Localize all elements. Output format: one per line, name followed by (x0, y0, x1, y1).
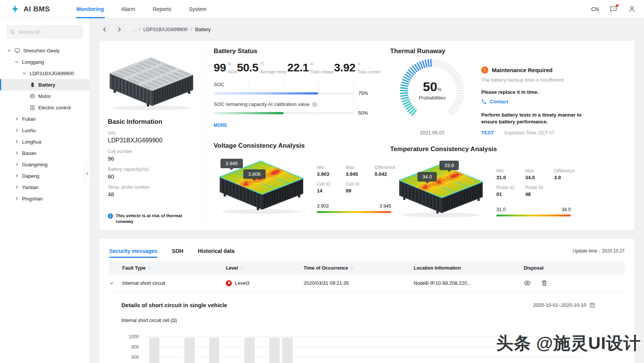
control-doc-icon (30, 105, 35, 110)
chart-series-label: Internal short circuit cell (Ω) (121, 318, 625, 323)
account-button[interactable] (628, 5, 636, 13)
tree-node-electric-control[interactable]: Electric control (0, 102, 90, 113)
alert-icon: ! (481, 66, 488, 74)
monitor-icon (14, 48, 20, 54)
tab-system[interactable]: System (188, 0, 207, 18)
delete-trash-icon[interactable] (542, 280, 547, 286)
help-icon[interactable]: ? (312, 102, 317, 107)
voltage-min-cell-id: Cell ID14 (317, 182, 346, 194)
chart-bar (184, 338, 195, 363)
chevron-right-icon (14, 174, 19, 178)
fault-table: Fault Type Level Time of Occurrence Loca… (109, 262, 625, 292)
phone-icon (481, 99, 487, 104)
level3-alarm-icon (226, 280, 232, 286)
temp-probe-tooltip: 34.0 (417, 172, 437, 182)
chevron-right-icon (14, 139, 19, 144)
thermal-risk-warning: This vehicle is at risk of thermal runaw… (108, 213, 196, 224)
back-button[interactable] (99, 24, 110, 35)
tree-node-guangming[interactable]: Guangming (0, 159, 90, 170)
voltage-stats: Min3.903 Max3.945 Difference0.042 Cell I… (317, 165, 395, 217)
forward-button[interactable] (114, 24, 125, 35)
sidebar-collapse-handle[interactable] (84, 163, 90, 185)
field-vin: VIN LDP31BXJG699900 (108, 131, 203, 144)
language-switch[interactable]: CN (591, 6, 599, 12)
tree-node-luohu[interactable]: Luohu (0, 125, 90, 136)
vehicle-search[interactable] (6, 25, 83, 39)
thermal-gauge: 50% Probabilities 2021.05.07 (396, 57, 468, 136)
calendar-icon (589, 302, 595, 308)
tree-node-longgang[interactable]: Longgang (0, 56, 90, 68)
field-probe-number: Temp. probe number 48 (108, 185, 203, 197)
user-icon (628, 5, 636, 13)
col-level[interactable]: Level (226, 265, 304, 271)
voltage-scale: 3.903 3.945 (317, 204, 391, 213)
voltage-gradient-bar (317, 211, 391, 213)
row-expand-toggle[interactable] (109, 281, 122, 286)
tree-node-baoan[interactable]: Baoan (0, 147, 90, 159)
col-fault-type[interactable]: Fault Type (122, 265, 226, 271)
soc-ai-value: 50% (358, 110, 379, 116)
tree-node-shenzhen-geely[interactable]: Shenzhen Geely (0, 45, 90, 56)
soc-ai-track (214, 112, 353, 114)
temperature-heatmap-image: 33.8 34.0 (393, 158, 488, 220)
voltage-heatmap-image: 3.945 3.806 (214, 154, 309, 217)
search-input[interactable] (18, 29, 80, 35)
date-range-picker[interactable]: 2020-10-01~2020-10-10 (533, 302, 595, 308)
tree-node-pingshan[interactable]: Pingshan (0, 193, 90, 204)
voltage-max-tooltip: 3.945 (220, 159, 243, 168)
overview-card: Basic Information VIN LDP31BXJG699900 Ce… (99, 40, 635, 230)
expiration-time: Expiration Time: OCT 07 (504, 130, 554, 136)
cell-level: Level3 (226, 280, 304, 286)
tab-historical-data[interactable]: Historical data (198, 244, 234, 258)
gauge-value: 50 (423, 79, 437, 94)
temp-min-probe-id: Probe ID01 (496, 185, 525, 197)
temp-difference: Difference3.0 (554, 168, 627, 180)
messages-tabs: Security messages SOH Historical data (109, 244, 625, 258)
temperature-scale: 31.0 34.0 (496, 207, 571, 216)
view-eye-icon[interactable] (524, 280, 531, 286)
breadcrumb-vehicle[interactable]: LDP31BXJG699900 (143, 27, 187, 32)
chevron-right-icon (14, 151, 19, 155)
test-link[interactable]: TEST (481, 130, 494, 136)
chart-bar (149, 338, 159, 363)
tab-alarm[interactable]: Alarm (121, 0, 136, 18)
tab-reports[interactable]: Reports (152, 0, 172, 18)
battery-status-panel: Battery Status 99 % SOH 50.5 ℃ Average t… (203, 41, 385, 230)
tree-node-vehicle[interactable]: LDP31BXJG699900 (0, 68, 90, 79)
soc-value: 75% (358, 90, 379, 96)
basic-info-panel: Basic Information VIN LDP31BXJG699900 Ce… (99, 41, 203, 230)
temp-max: Max34.0 (525, 168, 554, 180)
bell-icon (227, 281, 231, 285)
voltage-max: Max3.945 (346, 165, 375, 177)
tree-node-dapeng[interactable]: Dapeng (0, 170, 90, 182)
chart-bar (282, 338, 293, 363)
chevron-down-icon (7, 48, 11, 53)
gauge-label: Probabilities (396, 95, 468, 101)
voltage-analysis-title: Voltage Consistency Analysis (214, 142, 379, 150)
breadcrumb-battery: Battery (195, 27, 211, 32)
col-time[interactable]: Time of Occurrence (304, 265, 414, 271)
tree-node-longhua[interactable]: Longhua (0, 136, 90, 147)
temp-min: Min31.0 (496, 168, 525, 180)
temperature-gradient-bar (496, 215, 571, 216)
tab-soh[interactable]: SOH (172, 244, 183, 258)
breadcrumb-ellipsis[interactable]: ... (132, 27, 136, 32)
messages-button[interactable] (609, 5, 617, 13)
motor-icon (30, 93, 35, 99)
chart-bar (209, 338, 219, 363)
tree-node-battery[interactable]: Battery (0, 79, 90, 90)
chevron-right-icon (14, 196, 19, 201)
contact-link[interactable]: Contact (481, 99, 599, 104)
col-disposal: Disposal (524, 265, 625, 271)
tree-node-futian[interactable]: Futian (0, 113, 90, 125)
chevron-right-icon (14, 128, 19, 133)
more-link[interactable]: MORE (214, 123, 227, 128)
chevron-down-icon (22, 71, 27, 76)
notification-dot (616, 4, 619, 7)
tree-node-motor[interactable]: Motor (0, 90, 90, 102)
tab-monitoring[interactable]: Monitoring (76, 0, 105, 18)
tree-node-yantian[interactable]: Yantian (0, 182, 90, 193)
detail-title: Details of short circuit in single vehic… (121, 302, 227, 308)
stat-total-current: 3.92 V Total current (334, 61, 380, 74)
tab-security-messages[interactable]: Security messages (109, 244, 157, 258)
